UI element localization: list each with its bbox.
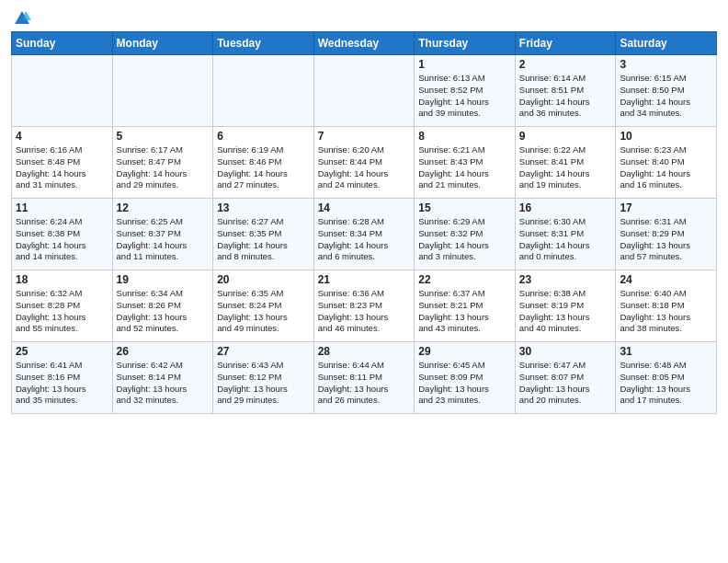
day-info: Sunrise: 6:30 AM Sunset: 8:31 PM Dayligh… [519,216,612,263]
day-info: Sunrise: 6:29 AM Sunset: 8:32 PM Dayligh… [418,216,511,263]
day-info: Sunrise: 6:31 AM Sunset: 8:29 PM Dayligh… [620,216,712,263]
day-number: 16 [519,201,612,214]
day-number: 11 [16,201,108,214]
calendar-cell: 14Sunrise: 6:28 AM Sunset: 8:34 PM Dayli… [313,199,415,270]
calendar-cell: 20Sunrise: 6:35 AM Sunset: 8:24 PM Dayli… [213,270,314,342]
day-header-saturday: Saturday [616,32,717,55]
calendar-cell [213,55,314,127]
day-number: 4 [16,130,108,143]
day-number: 31 [620,345,712,358]
day-info: Sunrise: 6:27 AM Sunset: 8:35 PM Dayligh… [217,216,310,263]
day-number: 17 [620,201,712,214]
calendar-cell: 4Sunrise: 6:16 AM Sunset: 8:48 PM Daylig… [12,127,113,199]
day-info: Sunrise: 6:35 AM Sunset: 8:24 PM Dayligh… [217,288,310,335]
day-number: 1 [418,58,511,71]
calendar-cell: 24Sunrise: 6:40 AM Sunset: 8:18 PM Dayli… [616,270,717,342]
calendar-cell: 30Sunrise: 6:47 AM Sunset: 8:07 PM Dayli… [515,342,616,414]
calendar-cell: 22Sunrise: 6:37 AM Sunset: 8:21 PM Dayli… [415,270,516,342]
day-info: Sunrise: 6:38 AM Sunset: 8:19 PM Dayligh… [519,288,612,335]
calendar-cell: 6Sunrise: 6:19 AM Sunset: 8:46 PM Daylig… [213,127,314,199]
day-number: 13 [217,201,310,214]
calendar-cell [313,55,415,127]
calendar-cell: 21Sunrise: 6:36 AM Sunset: 8:23 PM Dayli… [313,270,415,342]
day-info: Sunrise: 6:42 AM Sunset: 8:14 PM Dayligh… [117,360,210,407]
calendar-cell: 11Sunrise: 6:24 AM Sunset: 8:38 PM Dayli… [12,199,113,270]
day-info: Sunrise: 6:16 AM Sunset: 8:48 PM Dayligh… [16,144,108,191]
day-number: 21 [318,273,411,286]
day-header-thursday: Thursday [415,32,516,55]
day-number: 9 [519,130,612,143]
day-info: Sunrise: 6:25 AM Sunset: 8:37 PM Dayligh… [117,216,210,263]
day-number: 26 [117,345,210,358]
day-header-sunday: Sunday [12,32,113,55]
day-info: Sunrise: 6:17 AM Sunset: 8:47 PM Dayligh… [117,144,210,191]
day-info: Sunrise: 6:48 AM Sunset: 8:05 PM Dayligh… [620,360,712,407]
day-info: Sunrise: 6:34 AM Sunset: 8:26 PM Dayligh… [117,288,210,335]
page-container: SundayMondayTuesdayWednesdayThursdayFrid… [0,0,728,421]
calendar-cell [12,55,113,127]
logo [11,9,31,24]
calendar-week-row: 11Sunrise: 6:24 AM Sunset: 8:38 PM Dayli… [12,199,717,270]
calendar-week-row: 1Sunrise: 6:13 AM Sunset: 8:52 PM Daylig… [12,55,717,127]
day-number: 8 [418,130,511,143]
calendar-cell: 17Sunrise: 6:31 AM Sunset: 8:29 PM Dayli… [616,199,717,270]
day-info: Sunrise: 6:28 AM Sunset: 8:34 PM Dayligh… [318,216,411,263]
calendar-cell: 26Sunrise: 6:42 AM Sunset: 8:14 PM Dayli… [112,342,213,414]
calendar-cell: 12Sunrise: 6:25 AM Sunset: 8:37 PM Dayli… [112,199,213,270]
calendar-cell: 15Sunrise: 6:29 AM Sunset: 8:32 PM Dayli… [415,199,516,270]
day-header-wednesday: Wednesday [313,32,415,55]
day-number: 28 [318,345,411,358]
day-number: 25 [16,345,108,358]
calendar-header-row: SundayMondayTuesdayWednesdayThursdayFrid… [12,32,717,55]
calendar-cell: 2Sunrise: 6:14 AM Sunset: 8:51 PM Daylig… [515,55,616,127]
calendar-cell [112,55,213,127]
day-number: 23 [519,273,612,286]
calendar-cell: 16Sunrise: 6:30 AM Sunset: 8:31 PM Dayli… [515,199,616,270]
day-number: 19 [117,273,210,286]
day-number: 27 [217,345,310,358]
day-info: Sunrise: 6:14 AM Sunset: 8:51 PM Dayligh… [519,73,612,120]
day-info: Sunrise: 6:15 AM Sunset: 8:50 PM Dayligh… [620,73,712,120]
calendar-cell: 8Sunrise: 6:21 AM Sunset: 8:43 PM Daylig… [415,127,516,199]
calendar-cell: 13Sunrise: 6:27 AM Sunset: 8:35 PM Dayli… [213,199,314,270]
day-info: Sunrise: 6:32 AM Sunset: 8:28 PM Dayligh… [16,288,108,335]
day-info: Sunrise: 6:43 AM Sunset: 8:12 PM Dayligh… [217,360,310,407]
calendar-cell: 5Sunrise: 6:17 AM Sunset: 8:47 PM Daylig… [112,127,213,199]
calendar-table: SundayMondayTuesdayWednesdayThursdayFrid… [11,31,717,414]
calendar-cell: 10Sunrise: 6:23 AM Sunset: 8:40 PM Dayli… [616,127,717,199]
calendar-cell: 31Sunrise: 6:48 AM Sunset: 8:05 PM Dayli… [616,342,717,414]
day-info: Sunrise: 6:41 AM Sunset: 8:16 PM Dayligh… [16,360,108,407]
calendar-week-row: 18Sunrise: 6:32 AM Sunset: 8:28 PM Dayli… [12,270,717,342]
day-number: 30 [519,345,612,358]
logo-icon [13,9,31,28]
day-number: 3 [620,58,712,71]
day-info: Sunrise: 6:40 AM Sunset: 8:18 PM Dayligh… [620,288,712,335]
day-header-monday: Monday [112,32,213,55]
day-info: Sunrise: 6:22 AM Sunset: 8:41 PM Dayligh… [519,144,612,191]
calendar-cell: 18Sunrise: 6:32 AM Sunset: 8:28 PM Dayli… [12,270,113,342]
day-number: 29 [418,345,511,358]
day-number: 12 [117,201,210,214]
day-info: Sunrise: 6:19 AM Sunset: 8:46 PM Dayligh… [217,144,310,191]
day-info: Sunrise: 6:24 AM Sunset: 8:38 PM Dayligh… [16,216,108,263]
calendar-cell: 25Sunrise: 6:41 AM Sunset: 8:16 PM Dayli… [12,342,113,414]
day-info: Sunrise: 6:47 AM Sunset: 8:07 PM Dayligh… [519,360,612,407]
calendar-cell: 27Sunrise: 6:43 AM Sunset: 8:12 PM Dayli… [213,342,314,414]
day-header-tuesday: Tuesday [213,32,314,55]
day-info: Sunrise: 6:44 AM Sunset: 8:11 PM Dayligh… [318,360,411,407]
day-number: 14 [318,201,411,214]
day-number: 15 [418,201,511,214]
calendar-cell: 19Sunrise: 6:34 AM Sunset: 8:26 PM Dayli… [112,270,213,342]
day-info: Sunrise: 6:36 AM Sunset: 8:23 PM Dayligh… [318,288,411,335]
day-number: 24 [620,273,712,286]
calendar-cell: 28Sunrise: 6:44 AM Sunset: 8:11 PM Dayli… [313,342,415,414]
day-number: 18 [16,273,108,286]
day-header-friday: Friday [515,32,616,55]
day-info: Sunrise: 6:13 AM Sunset: 8:52 PM Dayligh… [418,73,511,120]
header [11,9,717,24]
day-number: 6 [217,130,310,143]
day-info: Sunrise: 6:23 AM Sunset: 8:40 PM Dayligh… [620,144,712,191]
day-number: 22 [418,273,511,286]
day-number: 2 [519,58,612,71]
day-info: Sunrise: 6:37 AM Sunset: 8:21 PM Dayligh… [418,288,511,335]
